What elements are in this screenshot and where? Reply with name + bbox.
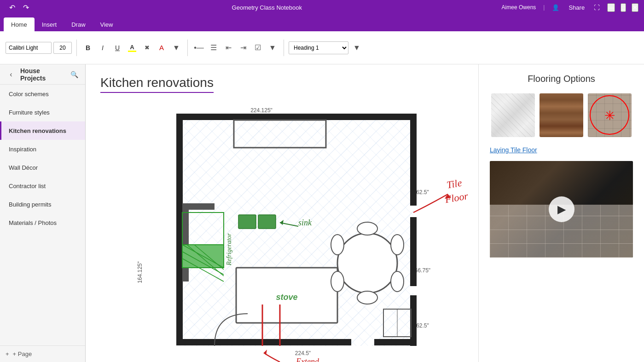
laying-tile-link[interactable]: Laying Tile Floor bbox=[490, 146, 633, 154]
decrease-indent-button[interactable]: ⇤ bbox=[222, 41, 235, 54]
tab-insert[interactable]: Insert bbox=[35, 17, 64, 31]
wood-flooring-image[interactable] bbox=[540, 93, 583, 137]
sidebar-item-kitchen-renovations[interactable]: Kitchen renovations bbox=[0, 121, 85, 140]
svg-text:62.5": 62.5" bbox=[416, 189, 429, 195]
user-name: Aimee Owens bbox=[502, 4, 536, 11]
svg-point-26 bbox=[391, 235, 404, 255]
title-bar-right: Aimee Owens | 👤 Share ⛶ — □ ✕ bbox=[502, 0, 638, 15]
checkbox-button[interactable]: ☑ bbox=[251, 41, 264, 54]
heading-dropdown[interactable]: ▼ bbox=[350, 41, 363, 54]
svg-text:62.5": 62.5" bbox=[416, 322, 429, 329]
svg-rect-20 bbox=[238, 215, 256, 229]
floor-plan-drawing: 224.125" 62.5" 66.75" 62.5" 164.125" 224… bbox=[100, 102, 478, 362]
window-controls: — □ ✕ bbox=[607, 3, 638, 12]
share-icon: 👤 bbox=[552, 4, 559, 11]
svg-text:stove: stove bbox=[276, 293, 297, 302]
sep-3 bbox=[284, 40, 284, 56]
ribbon-tab-bar: Home Insert Draw View bbox=[0, 15, 644, 31]
floor-plan: 224.125" 62.5" 66.75" 62.5" 164.125" 224… bbox=[100, 102, 478, 362]
font-color-button[interactable]: A bbox=[155, 41, 168, 54]
sidebar-item-building-permits[interactable]: Building permits bbox=[0, 195, 85, 213]
svg-text:224.5": 224.5" bbox=[295, 350, 311, 356]
svg-point-28 bbox=[357, 291, 377, 304]
maximize-button[interactable]: □ bbox=[621, 3, 626, 12]
svg-point-30 bbox=[331, 235, 344, 255]
heading-style-select[interactable]: Heading 1 bbox=[289, 41, 348, 54]
checkbox-dropdown[interactable]: ▼ bbox=[266, 41, 279, 54]
page-title: Kitchen renovations bbox=[100, 75, 214, 93]
sidebar: ‹ House Projects 🔍 Color schemes Furnitu… bbox=[0, 64, 86, 362]
svg-text:Tile: Tile bbox=[446, 177, 463, 190]
numbered-list-button[interactable]: ☰ bbox=[207, 41, 220, 54]
highlight-button[interactable]: A bbox=[126, 41, 139, 54]
svg-rect-21 bbox=[258, 215, 276, 229]
svg-point-25 bbox=[357, 222, 377, 235]
wood-texture bbox=[540, 93, 583, 137]
sidebar-item-furniture-styles[interactable]: Furniture styles bbox=[0, 103, 85, 121]
minimize-button[interactable]: — bbox=[607, 3, 615, 12]
marble-texture bbox=[491, 93, 535, 137]
sidebar-item-materials-photos[interactable]: Materials / Photos bbox=[0, 213, 85, 232]
bold-button[interactable]: B bbox=[81, 40, 94, 55]
notebook-title: House Projects bbox=[20, 67, 65, 82]
svg-rect-14 bbox=[410, 114, 417, 206]
svg-text:Extend: Extend bbox=[296, 357, 319, 362]
tab-draw[interactable]: Draw bbox=[64, 17, 93, 31]
tile-flooring-image[interactable]: ✳ bbox=[588, 93, 632, 137]
svg-rect-11 bbox=[176, 339, 351, 345]
svg-text:sink: sink bbox=[298, 218, 312, 227]
sep-1 bbox=[76, 40, 77, 56]
app-title: Geometry Class Notebook bbox=[32, 4, 502, 11]
tab-home[interactable]: Home bbox=[4, 17, 35, 31]
sidebar-item-wall-decor[interactable]: Wall Décor bbox=[0, 158, 85, 177]
sidebar-header: ‹ House Projects 🔍 bbox=[0, 64, 85, 85]
right-panel: Flooring Options ✳ Laying Tile Floor ▶ bbox=[478, 64, 644, 362]
close-button[interactable]: ✕ bbox=[632, 3, 638, 12]
highlight-color-bar bbox=[128, 51, 136, 52]
sidebar-item-inspiration[interactable]: Inspiration bbox=[0, 140, 85, 158]
svg-rect-13 bbox=[176, 114, 183, 344]
underline-button[interactable]: U bbox=[111, 40, 124, 55]
tab-view[interactable]: View bbox=[93, 17, 121, 31]
ribbon-toolbar: B I U A ✖ A ▼ •— ☰ ⇤ ⇥ ☑ ▼ Heading 1 ▼ bbox=[0, 31, 644, 64]
bullet-list-button[interactable]: •— bbox=[192, 41, 205, 54]
font-name-input[interactable] bbox=[6, 42, 52, 54]
svg-rect-15 bbox=[410, 217, 417, 286]
font-size-input[interactable] bbox=[53, 42, 72, 54]
sidebar-item-contractor-list[interactable]: Contractor list bbox=[0, 177, 85, 195]
clear-format-button[interactable]: ✖ bbox=[140, 41, 153, 54]
svg-point-29 bbox=[331, 271, 344, 292]
video-play-button[interactable]: ▶ bbox=[549, 196, 574, 222]
add-icon: + bbox=[6, 351, 9, 357]
add-page-button[interactable]: + + Page bbox=[0, 345, 85, 362]
svg-text:164.125": 164.125" bbox=[137, 261, 143, 283]
format-dropdown[interactable]: ▼ bbox=[170, 41, 183, 54]
svg-rect-10 bbox=[176, 114, 417, 120]
back-button[interactable]: ‹ bbox=[6, 69, 17, 80]
svg-rect-18 bbox=[182, 203, 189, 282]
undo-redo-group: ↶ ↷ bbox=[6, 0, 32, 15]
svg-text:Refrigerator: Refrigerator bbox=[226, 233, 232, 266]
sep-2 bbox=[187, 40, 188, 56]
main-layout: ‹ House Projects 🔍 Color schemes Furnitu… bbox=[0, 64, 644, 362]
flooring-title: Flooring Options bbox=[490, 74, 633, 84]
share-button[interactable]: Share bbox=[567, 0, 586, 15]
sidebar-search-button[interactable]: 🔍 bbox=[69, 69, 80, 80]
marble-flooring-image[interactable] bbox=[491, 93, 535, 137]
svg-text:224.125": 224.125" bbox=[250, 107, 273, 114]
italic-button[interactable]: I bbox=[96, 40, 109, 55]
ribbon: Home Insert Draw View B I U A ✖ A ▼ •— ☰… bbox=[0, 15, 644, 64]
sidebar-item-color-schemes[interactable]: Color schemes bbox=[0, 85, 85, 103]
svg-point-27 bbox=[391, 271, 404, 292]
increase-indent-button[interactable]: ⇥ bbox=[237, 41, 249, 54]
title-bar: ↶ ↷ Geometry Class Notebook Aimee Owens … bbox=[0, 0, 644, 15]
flooring-options-images: ✳ bbox=[490, 93, 633, 137]
expand-icon: ⛶ bbox=[594, 4, 600, 11]
svg-text:66.75": 66.75" bbox=[415, 267, 430, 274]
content-area: Kitchen renovations 224.125" 62.5" 66.75… bbox=[86, 64, 478, 362]
undo-button[interactable]: ↶ bbox=[6, 0, 18, 15]
video-thumbnail[interactable]: ▶ bbox=[490, 161, 633, 258]
svg-point-24 bbox=[337, 233, 397, 293]
redo-button[interactable]: ↷ bbox=[19, 0, 32, 15]
title-separator: | bbox=[543, 4, 545, 11]
